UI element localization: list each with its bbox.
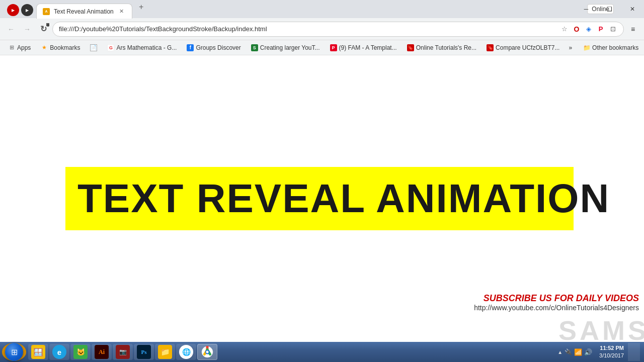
system-clock[interactable]: 11:52 PM 3/10/2017 bbox=[597, 344, 626, 360]
text-reveal-container: TEXT REVEAL ANIMATION bbox=[65, 167, 574, 230]
photoshop-icon: Ps bbox=[137, 345, 151, 359]
app5-icon: 📷 bbox=[116, 345, 130, 359]
opera-icon[interactable]: O bbox=[572, 25, 581, 34]
ot-bookmark-icon: 🔖 bbox=[407, 44, 414, 51]
nav-bar: ← → ↻ ⊕ file:///D:/youtube%20Tutorials/T… bbox=[0, 18, 644, 40]
subscribe-text: SUBSCRIBE US FOR DAILY VIDEOS bbox=[474, 293, 639, 304]
taskbar-apps: 🪟 e 🐱 Ai 📷 bbox=[28, 344, 552, 360]
taskbar-app-illustrator[interactable]: Ai bbox=[92, 344, 112, 360]
page-content: TEXT REVEAL ANIMATION SUBSCRIBE US FOR D… bbox=[0, 55, 644, 342]
taskbar-right: ▲ 🔌 📶 🔊 11:52 PM 3/10/2017 bbox=[554, 343, 642, 361]
pinterest-bm-icon: P bbox=[330, 44, 337, 51]
tray-icon-1[interactable]: 🔌 bbox=[565, 348, 572, 355]
volume-icon[interactable]: 🔊 bbox=[584, 348, 592, 356]
scribd-icon: S bbox=[251, 44, 258, 51]
title-bar: Online ▶ ▶ A Text Reveal Animation ✕ bbox=[0, 0, 644, 18]
internet-explorer-icon: e bbox=[52, 345, 66, 359]
samsung-logo-partial: SAMS bbox=[493, 317, 644, 342]
system-tray: ▲ 🔌 📶 🔊 bbox=[554, 343, 595, 361]
menu-button[interactable]: ≡ bbox=[626, 22, 640, 36]
taskbar-app-ie[interactable]: e bbox=[49, 344, 69, 360]
svg-point-3 bbox=[206, 351, 209, 353]
network-icon[interactable]: 📶 bbox=[574, 348, 582, 356]
address-text: file:///D:/youtube%20Tutorials/TextBackg… bbox=[59, 25, 557, 33]
show-desktop-button[interactable] bbox=[628, 343, 640, 361]
toolbar-icons: ≡ bbox=[626, 22, 640, 36]
taskbar-app-5[interactable]: 📷 bbox=[113, 344, 133, 360]
app3-icon: 🐱 bbox=[73, 345, 88, 359]
minimize-button[interactable]: ─ bbox=[575, 0, 598, 18]
start-button[interactable]: ⊞ bbox=[2, 343, 26, 361]
doc-icon: 📄 bbox=[90, 44, 97, 51]
media-buttons: ▶ ▶ bbox=[4, 1, 36, 18]
taskbar-app-slimbrowser[interactable]: 🌐 bbox=[176, 344, 196, 360]
windows-explorer-icon: 🪟 bbox=[31, 345, 45, 359]
star-bookmarks-icon: ★ bbox=[41, 44, 48, 51]
maximize-button[interactable]: ❑ bbox=[598, 0, 621, 18]
apps-grid-icon: ⊞ bbox=[8, 44, 15, 51]
overlay-url: http://www.youtube.com/c/OnlineTutorials… bbox=[474, 304, 639, 312]
clock-date: 3/10/2017 bbox=[599, 352, 624, 359]
taskbar-app-file-explorer[interactable]: 📁 bbox=[155, 344, 175, 360]
ars-icon: G bbox=[107, 44, 114, 51]
bookmark-groups[interactable]: f Groups Discover bbox=[183, 43, 245, 52]
bookmark-apps[interactable]: ⊞ Apps bbox=[4, 43, 35, 52]
illustrator-icon: Ai bbox=[95, 345, 109, 359]
bookmark-other[interactable]: 📁 Other bookmarks bbox=[579, 43, 642, 52]
youtube-red-button[interactable]: ▶ bbox=[7, 4, 19, 16]
tab-title: Text Reveal Animation bbox=[54, 8, 114, 15]
compare-bookmark-icon: 🔖 bbox=[487, 44, 494, 51]
browser-frame: Online ▶ ▶ A Text Reveal Animation ✕ bbox=[0, 0, 644, 362]
text-reveal-text: TEXT REVEAL ANIMATION bbox=[77, 178, 610, 219]
facebook-icon: f bbox=[187, 44, 194, 51]
bookmark-bookmarks[interactable]: ★ Bookmarks bbox=[37, 43, 84, 52]
back-button[interactable]: ← bbox=[4, 22, 18, 36]
bookmarks-more-button[interactable]: » bbox=[566, 43, 575, 52]
new-tab-area: + bbox=[132, 0, 148, 18]
overlay-branding: SUBSCRIBE US FOR DAILY VIDEOS http://www… bbox=[474, 293, 639, 312]
taskbar-app-chrome[interactable] bbox=[197, 344, 217, 360]
bookmark-creating[interactable]: S Creating larger YouT... bbox=[247, 43, 324, 52]
screenshot-icon[interactable]: ⊡ bbox=[608, 25, 617, 34]
new-tab-button[interactable]: + bbox=[134, 0, 148, 14]
taskbar: ⊞ 🪟 e 🐱 Ai bbox=[0, 342, 644, 362]
tab-close-button[interactable]: ✕ bbox=[118, 8, 126, 16]
bookmark-compare[interactable]: 🔖 Compare UCfzOLBT7... bbox=[482, 43, 564, 52]
bookmark-online-tutorials[interactable]: 🔖 Online Tutorials's Re... bbox=[403, 43, 480, 52]
tab-bar: ▶ ▶ A Text Reveal Animation ✕ + bbox=[4, 0, 148, 18]
pinterest-icon[interactable]: P bbox=[596, 25, 605, 34]
chrome-icon bbox=[200, 345, 214, 359]
forward-button[interactable]: → bbox=[20, 22, 34, 36]
bookmark-fam[interactable]: P (9) FAM - A Templat... bbox=[326, 43, 401, 52]
bookmarks-bar: ⊞ Apps ★ Bookmarks 📄 G Ars Mathematica -… bbox=[0, 40, 644, 55]
bookmark-ars[interactable]: G Ars Mathematica - G... bbox=[103, 43, 181, 52]
bookmark-doc[interactable]: 📄 bbox=[86, 43, 101, 52]
refresh-button[interactable]: ↻ ⊕ bbox=[36, 22, 50, 36]
file-explorer-icon: 📁 bbox=[158, 345, 172, 359]
window-controls: ─ ❑ ✕ bbox=[575, 0, 644, 18]
taskbar-app-3[interactable]: 🐱 bbox=[70, 344, 91, 360]
taskbar-app-windows-explorer[interactable]: 🪟 bbox=[28, 344, 48, 360]
slimbrowser-icon: 🌐 bbox=[179, 345, 193, 359]
youtube-dark-button[interactable]: ▶ bbox=[21, 4, 33, 16]
close-button[interactable]: ✕ bbox=[621, 0, 644, 18]
taskbar-app-photoshop[interactable]: Ps bbox=[134, 344, 154, 360]
bookmark-extension-icon[interactable]: ◈ bbox=[584, 25, 593, 34]
tab-favicon: A bbox=[43, 8, 50, 15]
active-tab[interactable]: A Text Reveal Animation ✕ bbox=[36, 4, 132, 19]
windows-orb: ⊞ bbox=[5, 343, 23, 361]
tray-arrow-icon[interactable]: ▲ bbox=[557, 349, 562, 355]
star-icon[interactable]: ☆ bbox=[560, 25, 569, 34]
folder-icon: 📁 bbox=[583, 44, 590, 51]
clock-time: 11:52 PM bbox=[599, 344, 624, 352]
address-bar[interactable]: file:///D:/youtube%20Tutorials/TextBackg… bbox=[52, 22, 624, 37]
address-icons: ☆ O ◈ P ⊡ bbox=[560, 25, 617, 34]
